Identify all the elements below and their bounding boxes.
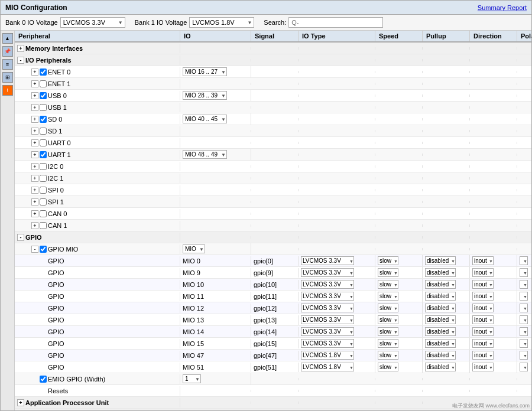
usb0-expand[interactable]: + [31, 92, 38, 99]
gpio-direction-select[interactable]: inout in out [472, 327, 494, 336]
can0-checkbox[interactable] [40, 210, 47, 217]
gpio-direction-select[interactable]: inout in out [472, 268, 494, 277]
pin-icon[interactable]: 📌 [2, 46, 13, 57]
app-processor-expand[interactable]: + [17, 399, 24, 406]
gpio-pullup-select[interactable]: disabled enabled [425, 268, 456, 277]
uart0-expand[interactable]: + [31, 139, 38, 146]
gpio-speed-select[interactable]: slow fast [378, 339, 398, 348]
enet0-checkbox[interactable] [40, 68, 47, 76]
gpio-iotype-select[interactable]: LVCMOS 3.3V LVCMOS 1.8V LVCMOS 2.5V [301, 256, 354, 265]
sd1-checkbox[interactable] [40, 128, 47, 135]
usb1-checkbox[interactable] [40, 104, 47, 111]
i2c0-checkbox[interactable] [40, 163, 47, 170]
uart1-checkbox[interactable] [40, 151, 47, 158]
sd1-expand[interactable]: + [31, 128, 38, 135]
gpio-polarity-select[interactable] [520, 256, 528, 265]
spi0-expand[interactable]: + [31, 187, 38, 194]
can1-checkbox[interactable] [40, 222, 47, 229]
gpio-speed-select[interactable]: slow fast [378, 315, 398, 324]
sd0-io-select[interactable]: MIO 40 .. 45 [183, 115, 227, 123]
grid-icon[interactable]: ⊞ [2, 72, 13, 83]
gpio-iotype-select[interactable]: LVCMOS 3.3V LVCMOS 1.8V LVCMOS 2.5V [301, 339, 354, 348]
gpio-pullup-select[interactable]: disabled enabled [425, 327, 456, 336]
gpio-expand[interactable]: - [17, 234, 24, 241]
gpio-polarity-select[interactable] [520, 268, 528, 277]
gpio-direction-select[interactable]: inout in out [472, 339, 494, 348]
enet1-expand[interactable]: + [31, 80, 38, 87]
uart1-expand[interactable]: + [31, 151, 38, 158]
enet0-expand[interactable]: + [31, 68, 38, 76]
gpio-polarity-select[interactable] [520, 327, 528, 336]
gpio-pullup-select[interactable]: disabled enabled [425, 256, 456, 265]
gpio-iotype-select[interactable]: LVCMOS 3.3V LVCMOS 1.8V LVCMOS 2.5V [301, 280, 354, 289]
gpio-iotype-select[interactable]: LVCMOS 3.3V LVCMOS 1.8V LVCMOS 2.5V [301, 327, 354, 336]
bank0-select[interactable]: LVCMOS 3.3V LVCMOS 1.8V LVCMOS 2.5V [60, 17, 125, 28]
gpio-speed-select[interactable]: slow fast [378, 351, 398, 360]
gpio-speed-select[interactable]: slow fast [378, 280, 398, 289]
gpio-polarity-select[interactable] [520, 315, 528, 324]
gpio-direction-select[interactable]: inout in out [472, 256, 494, 265]
bank1-select[interactable]: LVCMOS 1.8V LVCMOS 3.3V LVCMOS 2.5V [189, 17, 254, 28]
gpio-polarity-select[interactable] [520, 351, 528, 360]
gpio-pullup-select[interactable]: disabled enabled [425, 292, 456, 301]
gpio-iotype-select[interactable]: LVCMOS 3.3V LVCMOS 1.8V LVCMOS 2.5V [301, 292, 354, 301]
uart0-checkbox[interactable] [40, 139, 47, 146]
i2c1-expand[interactable]: + [31, 175, 38, 182]
gpio-iotype-select[interactable]: LVCMOS 3.3V LVCMOS 1.8V LVCMOS 2.5V [301, 315, 354, 324]
sd0-checkbox[interactable] [40, 116, 47, 123]
gpio-mio-expand[interactable]: - [31, 246, 38, 253]
emio-gpio-width-select[interactable]: 1 2 4 8 16 32 [183, 374, 201, 383]
spi0-checkbox[interactable] [40, 187, 47, 194]
gpio-polarity-select[interactable] [520, 363, 528, 371]
warning-icon[interactable]: ! [2, 85, 13, 96]
gpio-mio-checkbox[interactable] [40, 246, 47, 253]
gpio-direction-select[interactable]: inout in out [472, 363, 494, 371]
gpio-polarity-select[interactable] [520, 280, 528, 289]
uart1-io-select[interactable]: MIO 48 .. 49 [183, 150, 227, 159]
gpio-direction-select[interactable]: inout in out [472, 304, 494, 312]
summary-report-link[interactable]: Summary Report [478, 4, 527, 11]
sd0-expand[interactable]: + [31, 116, 38, 123]
gpio-direction-select[interactable]: inout in out [472, 315, 494, 324]
i2c1-checkbox[interactable] [40, 175, 47, 182]
enet0-io-select[interactable]: MIO 16 .. 27 [183, 67, 227, 76]
search-input[interactable] [288, 17, 383, 28]
gpio-pullup-select[interactable]: disabled enabled [425, 280, 456, 289]
gpio-mio-io-select[interactable]: MIO [183, 244, 205, 253]
gpio-pullup-select[interactable]: disabled enabled [425, 339, 456, 348]
usb0-checkbox[interactable] [40, 92, 47, 99]
memory-interfaces-expand[interactable]: + [17, 45, 24, 52]
gpio-polarity-select[interactable] [520, 339, 528, 348]
gpio-iotype-select[interactable]: LVCMOS 1.8V LVCMOS 1.8V LVCMOS 2.5V [301, 363, 354, 371]
gpio-pullup-select[interactable]: disabled enabled [425, 304, 456, 312]
gpio-speed-select[interactable]: slow fast [378, 304, 398, 312]
gpio-speed-select[interactable]: slow fast [378, 363, 398, 371]
gpio-speed-select[interactable]: slow fast [378, 268, 398, 277]
spi1-expand[interactable]: + [31, 198, 38, 206]
gpio-iotype-select[interactable]: LVCMOS 3.3V LVCMOS 1.8V LVCMOS 2.5V [301, 268, 354, 277]
gpio-speed-select[interactable]: slow fast [378, 292, 398, 301]
gpio-iotype-select[interactable]: LVCMOS 3.3V LVCMOS 1.8V LVCMOS 2.5V [301, 304, 354, 312]
spi1-checkbox[interactable] [40, 198, 47, 206]
emio-gpio-checkbox[interactable] [40, 376, 47, 383]
layers-icon[interactable]: ≡ [2, 59, 13, 70]
can1-expand[interactable]: + [31, 222, 38, 229]
gpio-iotype-select[interactable]: LVCMOS 1.8V LVCMOS 1.8V LVCMOS 2.5V [301, 351, 354, 360]
gpio-direction-select[interactable]: inout in out [472, 351, 494, 360]
i2c0-expand[interactable]: + [31, 163, 38, 170]
usb1-expand[interactable]: + [31, 104, 38, 111]
can0-expand[interactable]: + [31, 210, 38, 217]
gpio-polarity-select[interactable] [520, 304, 528, 312]
gpio-pullup-select[interactable]: disabled enabled [425, 315, 456, 324]
gpio-direction-select[interactable]: inout in out [472, 292, 494, 301]
up-arrow-icon[interactable]: ▲ [2, 33, 13, 44]
usb0-io-select[interactable]: MIO 28 .. 39 [183, 91, 227, 100]
gpio-speed-select[interactable]: slow fast [378, 327, 398, 336]
gpio-polarity-select[interactable] [520, 292, 528, 301]
gpio-speed-select[interactable]: slow fast [378, 256, 398, 265]
gpio-direction-select[interactable]: inout in out [472, 280, 494, 289]
gpio-pullup-select[interactable]: disabled enabled [425, 363, 456, 371]
enet1-checkbox[interactable] [40, 80, 47, 87]
io-peripherals-expand[interactable]: - [17, 57, 24, 64]
gpio-pullup-select[interactable]: disabled enabled [425, 351, 456, 360]
